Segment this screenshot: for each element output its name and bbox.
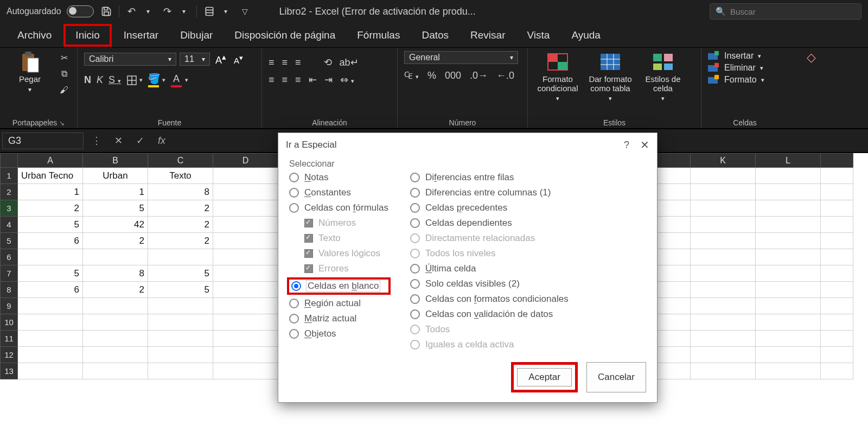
row-header-8[interactable]: 8 <box>1 282 18 298</box>
option-solo-celdas-visibles-2-[interactable]: Solo celdas visibles (2) <box>410 278 569 289</box>
cell-K9[interactable] <box>691 298 756 314</box>
row-header-4[interactable]: 4 <box>1 217 18 233</box>
cell-A6[interactable] <box>18 249 83 265</box>
font-size-combo[interactable]: 11▾ <box>180 53 210 66</box>
cell-L5[interactable] <box>756 233 821 249</box>
cell-C7[interactable]: 5 <box>148 265 213 282</box>
cell-K3[interactable] <box>691 200 756 217</box>
cell-A3[interactable]: 2 <box>18 200 83 217</box>
row-header-13[interactable]: 13 <box>1 363 18 379</box>
cell-A7[interactable]: 5 <box>18 265 83 282</box>
name-box[interactable] <box>2 132 84 149</box>
tab-ayuda[interactable]: Ayuda <box>561 26 610 45</box>
option-matriz-actual[interactable]: Matriz actual <box>289 313 388 324</box>
col-header-K[interactable]: K <box>691 154 756 168</box>
col-header-L[interactable]: L <box>756 154 821 168</box>
option-celdas-con-f-rmulas[interactable]: Celdas con fórmulas <box>289 202 388 213</box>
border-button[interactable] <box>126 75 137 86</box>
cell-C12[interactable] <box>148 347 213 363</box>
cell-B11[interactable] <box>83 331 148 347</box>
cell-C5[interactable]: 2 <box>148 233 213 249</box>
decrease-decimal-icon[interactable]: ←.0 <box>496 70 514 81</box>
tab-fórmulas[interactable]: Fórmulas <box>347 26 410 45</box>
cell-L2[interactable] <box>756 184 821 200</box>
number-format-combo[interactable]: General▾ <box>404 51 518 64</box>
enter-formula-icon[interactable]: ✓ <box>129 135 151 147</box>
cell-D10[interactable] <box>213 314 278 331</box>
row-header-11[interactable]: 11 <box>1 331 18 347</box>
cell-B1[interactable]: Urban <box>83 168 148 184</box>
bold-button[interactable]: N <box>84 74 91 86</box>
namebox-dropdown-icon[interactable]: ⋮ <box>86 135 107 147</box>
tab-dibujar[interactable]: Dibujar <box>170 26 222 45</box>
cell-D4[interactable] <box>213 217 278 233</box>
cell-C1[interactable]: Texto <box>148 168 213 184</box>
currency-icon[interactable]: ₠ ▾ <box>404 69 419 81</box>
row-header-2[interactable]: 2 <box>1 184 18 200</box>
help-icon[interactable]: ? <box>624 140 629 151</box>
cell-K4[interactable] <box>691 217 756 233</box>
close-icon[interactable]: ✕ <box>640 138 649 151</box>
cell-L12[interactable] <box>756 347 821 363</box>
format-as-table-button[interactable]: Dar formato como tabla ▾ <box>583 51 637 102</box>
conditional-format-button[interactable]: Formato condicional ▾ <box>534 51 581 102</box>
cell-B5[interactable]: 2 <box>83 233 148 249</box>
percent-icon[interactable]: % <box>427 70 436 81</box>
cell-L11[interactable] <box>756 331 821 347</box>
autosave-toggle[interactable] <box>67 5 94 17</box>
cell-K12[interactable] <box>691 347 756 363</box>
cell-D7[interactable] <box>213 265 278 282</box>
cell-B13[interactable] <box>83 363 148 379</box>
orientation-icon[interactable]: ⟲ <box>324 56 332 68</box>
tab-disposición-de-página[interactable]: Disposición de página <box>225 26 345 45</box>
cell-K1[interactable] <box>691 168 756 184</box>
font-name-combo[interactable]: Calibri▾ <box>84 53 176 66</box>
tab-revisar[interactable]: Revisar <box>461 26 515 45</box>
underline-button[interactable]: S ▾ <box>108 74 121 86</box>
merge-center-icon[interactable]: ⇔ ▾ <box>340 74 354 86</box>
row-header-5[interactable]: 5 <box>1 233 18 249</box>
cell-C3[interactable]: 2 <box>148 200 213 217</box>
cell-A10[interactable] <box>18 314 83 331</box>
col-header-A[interactable]: A <box>18 154 83 168</box>
align-center-icon[interactable]: ≡ <box>282 74 288 86</box>
cell-L8[interactable] <box>756 282 821 298</box>
redo-icon[interactable]: ↷ <box>161 4 175 18</box>
cell-L6[interactable] <box>756 249 821 265</box>
format-painter-icon[interactable]: 🖌 <box>58 84 71 97</box>
decrease-indent-icon[interactable]: ⇤ <box>309 74 317 86</box>
align-right-icon[interactable]: ≡ <box>295 74 301 86</box>
cell-B8[interactable]: 2 <box>83 282 148 298</box>
cut-icon[interactable]: ✂ <box>58 51 71 64</box>
row-header-10[interactable]: 10 <box>1 314 18 331</box>
cell-C8[interactable]: 5 <box>148 282 213 298</box>
format-cells-button[interactable]: Formato ▾ <box>708 75 782 85</box>
cell-K8[interactable] <box>691 282 756 298</box>
row-header-3[interactable]: 3 <box>1 200 18 217</box>
cell-D3[interactable] <box>213 200 278 217</box>
row-header-12[interactable]: 12 <box>1 347 18 363</box>
row-header-9[interactable]: 9 <box>1 298 18 314</box>
cell-D9[interactable] <box>213 298 278 314</box>
cell-K10[interactable] <box>691 314 756 331</box>
font-color-button[interactable]: A <box>171 73 182 87</box>
insert-cells-button[interactable]: Insertar ▾ <box>708 51 782 61</box>
cell-A12[interactable] <box>18 347 83 363</box>
cell-L7[interactable] <box>756 265 821 282</box>
increase-indent-icon[interactable]: ⇥ <box>324 74 333 86</box>
cell-D2[interactable] <box>213 184 278 200</box>
option-celdas-con-formatos-condicionales[interactable]: Celdas con formatos condicionales <box>410 294 569 305</box>
cancel-button[interactable]: Cancelar <box>586 362 646 392</box>
cell-K13[interactable] <box>691 363 756 379</box>
cell-A9[interactable] <box>18 298 83 314</box>
tab-datos[interactable]: Datos <box>412 26 458 45</box>
undo-icon[interactable]: ↶ <box>125 4 139 18</box>
cell-A8[interactable]: 6 <box>18 282 83 298</box>
align-bottom-icon[interactable]: ≡ <box>295 57 301 68</box>
cell-D11[interactable] <box>213 331 278 347</box>
cell-L4[interactable] <box>756 217 821 233</box>
search-box[interactable]: 🔍 Buscar <box>710 3 861 20</box>
cell-K2[interactable] <box>691 184 756 200</box>
option-objetos[interactable]: Objetos <box>289 328 388 339</box>
thousands-icon[interactable]: 000 <box>445 70 461 81</box>
